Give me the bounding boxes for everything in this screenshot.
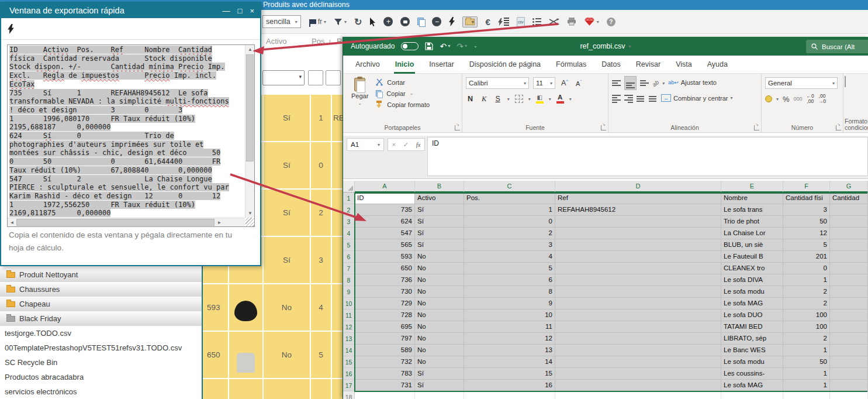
cell-A9[interactable]: 730 <box>355 286 415 298</box>
cell-G12[interactable] <box>830 321 868 333</box>
print-button[interactable] <box>567 18 576 26</box>
grid-header-pos[interactable]: Pos <box>312 37 324 46</box>
cell-C13[interactable]: 12 <box>464 333 555 345</box>
scroll-left-icon[interactable]: ◄ <box>8 218 16 227</box>
row-header-14[interactable]: 14 <box>343 345 355 356</box>
cell-B1[interactable]: Activo <box>415 192 464 204</box>
cell-activo[interactable]: Sí <box>264 95 310 141</box>
alignment-dialog-launcher[interactable] <box>754 125 759 130</box>
cell-B10[interactable]: No <box>415 298 464 309</box>
filter-pos-input[interactable] <box>308 70 323 85</box>
cell-A11[interactable]: 728 <box>355 309 415 321</box>
cell-A8[interactable]: 736 <box>355 274 415 286</box>
cell-B9[interactable]: No <box>415 286 464 298</box>
save-button[interactable] <box>425 42 433 50</box>
align-bottom-button[interactable] <box>640 80 649 86</box>
row-header-6[interactable]: 6 <box>343 251 355 263</box>
formula-input[interactable]: ID <box>427 137 868 176</box>
cell-B11[interactable]: No <box>415 309 464 321</box>
cell-G2[interactable] <box>830 204 868 216</box>
cell-F6[interactable]: 201 <box>783 251 830 263</box>
tab-insertar[interactable]: Insertar <box>421 56 461 74</box>
name-box[interactable]: A1 ▾ <box>347 138 384 151</box>
cell-A13[interactable]: 797 <box>355 333 415 345</box>
cell-id[interactable]: 650 <box>203 332 228 378</box>
cut-button[interactable]: Cortar <box>375 77 430 88</box>
cell-B13[interactable]: No <box>415 333 464 345</box>
format-painter-button[interactable]: Copiar formato <box>375 99 430 110</box>
prices-button[interactable]: € <box>485 17 490 27</box>
cell-G9[interactable] <box>830 286 868 298</box>
cell-D4[interactable] <box>555 228 721 239</box>
cell-G4[interactable] <box>830 228 868 239</box>
sidebar-item[interactable]: Produit Nettoyant <box>0 267 202 282</box>
cell-E14[interactable]: Le Banc WES <box>721 345 783 356</box>
row-header-7[interactable]: 7 <box>343 263 355 274</box>
cell-E15[interactable]: Le sofa modu <box>721 356 783 368</box>
cell-F4[interactable]: 12 <box>783 228 830 239</box>
cell-B8[interactable]: No <box>415 274 464 286</box>
scroll-up-icon[interactable]: ▲ <box>245 45 255 54</box>
cell-B12[interactable]: No <box>415 321 464 333</box>
cell-F12[interactable]: 100 <box>783 321 830 333</box>
bold-button[interactable]: N <box>466 95 475 103</box>
decrease-indent-button[interactable] <box>637 96 645 102</box>
scrollbar-thumb[interactable] <box>246 54 254 161</box>
cell-pos[interactable]: 3 <box>311 237 331 283</box>
cell-F1[interactable]: Cantidad físi <box>783 192 830 204</box>
font-size-select[interactable]: 11 ▾ <box>533 77 555 89</box>
fill-color-button[interactable]: ◧ <box>536 95 544 104</box>
cell-E1[interactable]: Nombre <box>721 192 783 204</box>
cell-G16[interactable] <box>830 368 868 380</box>
row-header-18[interactable]: 18 <box>343 391 355 399</box>
row-header-17[interactable]: 17 <box>343 380 355 391</box>
quick-export-button[interactable] <box>449 17 455 26</box>
cell-E6[interactable]: Le Fauteuil B <box>721 251 783 263</box>
align-right-button[interactable] <box>624 95 633 103</box>
align-top-button[interactable] <box>612 80 621 86</box>
cell-F11[interactable]: 100 <box>783 309 830 321</box>
cell-E11[interactable]: Le sofa DUO <box>721 309 783 321</box>
cell-F14[interactable]: 1 <box>783 345 830 356</box>
autosave-toggle[interactable] <box>401 42 419 50</box>
cell-A14[interactable]: 589 <box>355 345 415 356</box>
cell-B3[interactable]: Sí <box>415 216 464 228</box>
cell-E13[interactable]: LIBRATO, sép <box>721 333 783 345</box>
cell-G15[interactable] <box>830 356 868 368</box>
cell-E18[interactable] <box>721 391 783 399</box>
cell-C5[interactable]: 3 <box>464 239 555 251</box>
product-image-wood[interactable] <box>229 379 262 399</box>
cell-A7[interactable]: 650 <box>355 263 415 274</box>
cell-B18[interactable] <box>415 391 464 399</box>
scrollbar-thumb[interactable] <box>16 219 215 226</box>
cell-E10[interactable]: Le sofa MAG <box>721 298 783 309</box>
cell-ref[interactable]: RE <box>332 95 343 141</box>
align-left-button[interactable] <box>612 95 621 103</box>
cell-ref[interactable] <box>332 332 343 378</box>
clipboard-dialog-launcher[interactable] <box>455 125 460 130</box>
cell-D1[interactable]: Ref <box>555 192 721 204</box>
scroll-right-icon[interactable]: ► <box>215 218 224 227</box>
minimize-button[interactable]: — <box>223 6 230 15</box>
product-image-chair[interactable] <box>229 332 262 378</box>
language-select[interactable]: fr ▾ <box>309 18 326 26</box>
refresh-button[interactable]: ↻ <box>354 16 362 27</box>
undo-button[interactable]: ↶▾ <box>440 42 450 50</box>
row-header-4[interactable]: 4 <box>343 228 355 239</box>
sidebar-item[interactable]: Chaussures <box>0 282 202 297</box>
row-header-5[interactable]: 5 <box>343 239 355 251</box>
cell-C10[interactable]: 9 <box>464 298 555 309</box>
cell-C11[interactable]: 10 <box>464 309 555 321</box>
cell-F8[interactable]: 1 <box>783 274 830 286</box>
cell-G17[interactable] <box>830 380 868 391</box>
cell-E8[interactable]: Le sofa DIVA <box>721 274 783 286</box>
cell-B15[interactable]: No <box>415 356 464 368</box>
cell-D3[interactable] <box>555 216 721 228</box>
add-folder-button[interactable]: + <box>462 16 478 27</box>
percent-format-button[interactable]: % <box>783 95 790 104</box>
duplicate-button[interactable] <box>417 18 424 26</box>
cell-A4[interactable]: 547 <box>355 228 415 239</box>
decrease-font-button[interactable]: Aˇ <box>574 79 583 87</box>
row-header-8[interactable]: 8 <box>343 274 355 286</box>
cell-B7[interactable]: No <box>415 263 464 274</box>
